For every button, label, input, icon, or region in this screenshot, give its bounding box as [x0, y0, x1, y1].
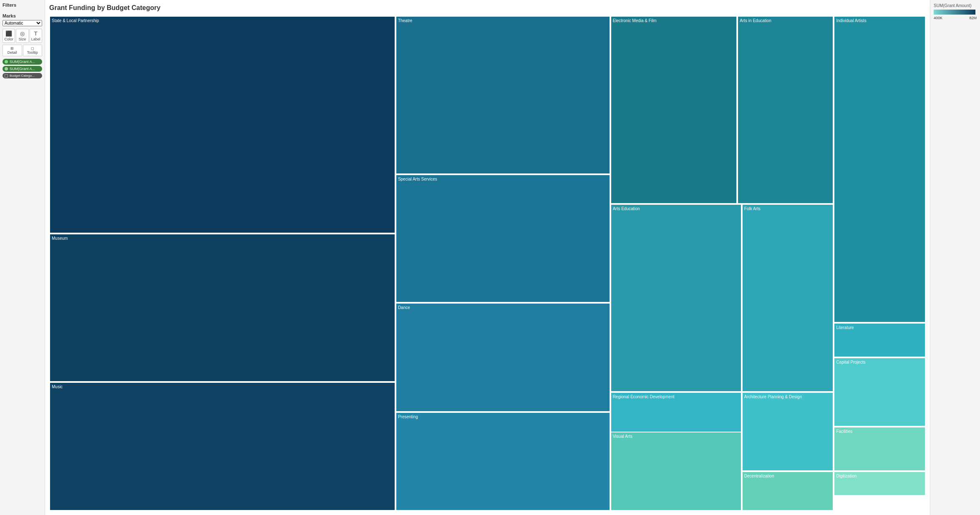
label-label: Label: [31, 37, 40, 41]
color-icon: ⬛: [5, 30, 12, 37]
treemap-label-facilities: Facilities: [836, 429, 852, 434]
sum-grant-size-pill[interactable]: SUM(Grant A...: [3, 66, 42, 72]
treemap-label-presenting: Presenting: [398, 415, 418, 420]
main-content: Grant Funding by Budget Category State &…: [45, 0, 930, 515]
color-label: Color: [4, 37, 13, 41]
treemap-label-special-arts: Special Arts Services: [398, 177, 437, 182]
treemap-label-arts-in-education: Arts in Education: [740, 18, 771, 23]
label-mark[interactable]: T Label: [30, 29, 42, 43]
color-mark[interactable]: ⬛ Color: [3, 29, 15, 43]
treemap-cell-music[interactable]: Music: [49, 382, 396, 511]
treemap-cell-arts-education[interactable]: Arts Education: [610, 204, 742, 392]
treemap-cell-theatre[interactable]: Theatre: [396, 16, 610, 174]
pill-dot-1: [5, 60, 8, 63]
treemap-cell-decentralization[interactable]: Decentralization: [742, 471, 834, 511]
treemap-label-digitization: Digitization: [836, 474, 857, 479]
treemap-label-state-local: State & Local Partnership: [52, 18, 99, 23]
treemap-label-decentralization: Decentralization: [744, 474, 774, 479]
treemap-cell-individual-artists[interactable]: Individual Artists: [834, 16, 926, 323]
treemap-cell-special-arts[interactable]: Special Arts Services: [396, 174, 610, 303]
detail-icon: ⊞: [10, 46, 14, 50]
legend-labels: 400K 82M: [934, 16, 977, 20]
treemap-label-literature: Literature: [836, 325, 854, 330]
treemap-cell-electronic-media[interactable]: Electronic Media & Film: [610, 16, 738, 204]
treemap-cell-folk-arts[interactable]: Folk Arts: [742, 204, 834, 392]
marks-dropdown-row: Automatic: [3, 20, 42, 26]
chart-title: Grant Funding by Budget Category: [49, 4, 926, 12]
automatic-dropdown[interactable]: Automatic: [3, 20, 42, 26]
pill-dot-2: [5, 67, 8, 70]
tooltip-mark[interactable]: ◻ Tooltip: [23, 45, 43, 56]
legend-gradient: [934, 10, 975, 15]
marks-label: Marks: [3, 13, 42, 18]
sum-grant-color-pill[interactable]: SUM(Grant A...: [3, 59, 42, 65]
treemap-label-individual-artists: Individual Artists: [836, 18, 866, 23]
marks-grid: ⬛ Color ◎ Size T Label: [3, 29, 42, 43]
treemap-label-folk-arts: Folk Arts: [744, 206, 761, 211]
budget-category-pill[interactable]: Budget Catego...: [3, 73, 42, 78]
label-icon: T: [34, 30, 38, 37]
treemap-label-dance: Dance: [398, 305, 410, 310]
treemap-label-capital-projects: Capital Projects: [836, 360, 865, 365]
treemap-cell-museum[interactable]: Museum: [49, 234, 396, 382]
size-mark[interactable]: ◎ Size: [16, 29, 28, 43]
treemap-label-theatre: Theatre: [398, 18, 412, 23]
treemap-label-arts-education: Arts Education: [613, 206, 640, 211]
pill-text-1: SUM(Grant A...: [10, 60, 35, 64]
pill-text-3: Budget Catego...: [10, 74, 35, 78]
treemap-cell-arch-planning[interactable]: Architecture Planning & Design: [742, 392, 834, 471]
treemap-wrapper: State & Local PartnershipMuseumMusicThea…: [49, 16, 926, 511]
legend-max: 82M: [969, 16, 977, 20]
treemap-label-arch-planning: Architecture Planning & Design: [744, 394, 802, 399]
treemap-label-regional-economic: Regional Economic Development: [613, 394, 675, 399]
pill-text-2: SUM(Grant A...: [10, 67, 35, 71]
treemap-cell-arts-in-education[interactable]: Arts in Education: [737, 16, 834, 204]
left-panel: Filters Marks Automatic ⬛ Color ◎ Size T…: [0, 0, 45, 515]
treemap-label-museum: Museum: [52, 236, 68, 241]
tooltip-icon: ◻: [31, 46, 34, 50]
treemap-cell-literature[interactable]: Literature: [834, 323, 926, 357]
treemap-cell-state-local[interactable]: State & Local Partnership: [49, 16, 396, 234]
pill-icon-3: [5, 74, 8, 78]
size-label: Size: [19, 37, 26, 41]
right-panel: SUM(Grant Amount) 400K 82M: [930, 0, 980, 515]
treemap-cell-visual-arts[interactable]: Visual Arts: [610, 432, 742, 511]
treemap-cell-digitization[interactable]: Digitization: [834, 471, 926, 496]
treemap-label-electronic-media: Electronic Media & Film: [613, 18, 657, 23]
marks-row2: ⊞ Detail ◻ Tooltip: [3, 45, 42, 56]
treemap-cell-dance[interactable]: Dance: [396, 303, 610, 412]
detail-label: Detail: [8, 50, 17, 55]
treemap-label-music: Music: [52, 384, 63, 389]
treemap-cell-capital-projects[interactable]: Capital Projects: [834, 357, 926, 427]
filters-label: Filters: [3, 3, 42, 8]
tooltip-label: Tooltip: [27, 50, 38, 55]
treemap-cell-facilities[interactable]: Facilities: [834, 427, 926, 471]
legend-title: SUM(Grant Amount): [934, 3, 977, 8]
treemap-label-visual-arts: Visual Arts: [613, 434, 632, 439]
size-icon: ◎: [20, 30, 25, 37]
detail-mark[interactable]: ⊞ Detail: [3, 45, 22, 56]
legend-min: 400K: [934, 16, 942, 20]
treemap-cell-presenting[interactable]: Presenting: [396, 412, 610, 511]
